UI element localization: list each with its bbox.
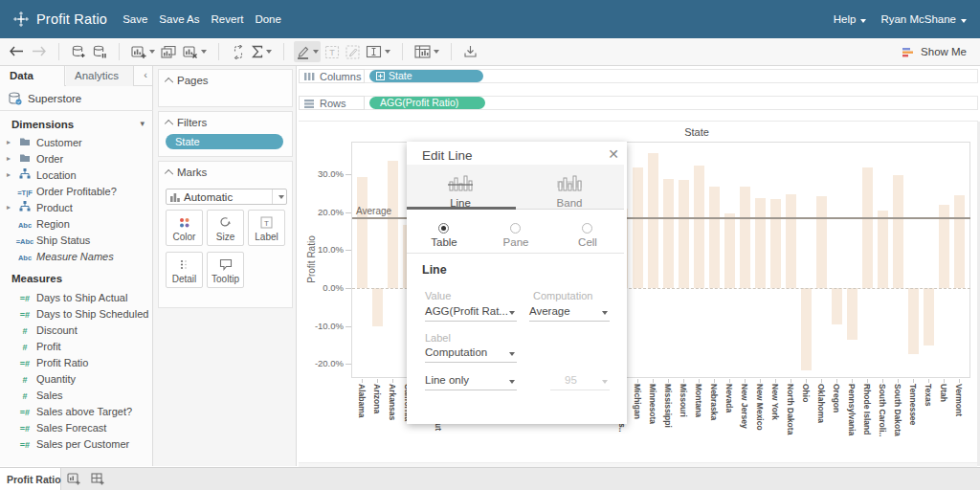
bar-new-jersey[interactable] — [740, 187, 750, 288]
measure-field-days-to-ship-actual[interactable]: =#Days to Ship Actual — [0, 289, 153, 305]
label-dropdown[interactable]: Computation — [425, 346, 517, 363]
x-tick-mark — [392, 379, 393, 383]
line-only-dropdown[interactable]: Line only — [425, 374, 517, 390]
measure-field-profit-ratio[interactable]: =#Profit Ratio — [0, 354, 153, 370]
format-line-button[interactable] — [294, 41, 321, 62]
bar-mississippi[interactable] — [663, 179, 674, 288]
new-worksheet-button[interactable] — [129, 41, 157, 62]
x-label-new-york: New York — [770, 384, 780, 420]
bar-michigan[interactable] — [633, 167, 643, 288]
dimension-field-location[interactable]: ▸Location — [0, 167, 153, 183]
expand-caret-icon[interactable]: ▸ — [4, 154, 13, 163]
measure-field-sales[interactable]: #Sales — [0, 387, 153, 403]
measure-field-discount[interactable]: #Discount — [0, 322, 153, 338]
dialog-title: Edit Line — [422, 148, 473, 163]
pages-collapse-icon[interactable]: ▲ — [165, 78, 173, 86]
value-dropdown[interactable]: AGG(Profit Rat... — [425, 305, 517, 322]
bar-south-caroli[interactable] — [878, 211, 888, 288]
pause-data-updates-button[interactable] — [90, 41, 109, 62]
new-dashboard-button[interactable] — [87, 471, 108, 488]
new-worksheet-button[interactable] — [63, 471, 84, 488]
bar-rhode-island[interactable] — [862, 167, 873, 288]
bar-north-dakota[interactable] — [786, 194, 796, 288]
filters-collapse-icon[interactable]: ▲ — [165, 120, 173, 128]
bar-nevada[interactable] — [724, 213, 735, 288]
bar-ohio[interactable] — [801, 288, 812, 370]
size-button[interactable]: Size — [207, 210, 244, 246]
bar-vermont[interactable] — [954, 195, 965, 288]
bar-oklahoma[interactable] — [816, 196, 827, 288]
dimensions-caret-icon[interactable]: ▾ — [140, 119, 145, 128]
marks-collapse-icon[interactable]: ▲ — [165, 169, 173, 178]
bar-nebraska[interactable] — [709, 187, 720, 288]
measure-field-sales-per-customer[interactable]: =#Sales per Customer — [0, 435, 153, 452]
bar-montana[interactable] — [694, 166, 704, 288]
dimension-field-order-profitable[interactable]: =T|FOrder Profitable? — [0, 183, 153, 199]
radio-cell[interactable] — [582, 223, 592, 234]
save-as-button[interactable]: Save As — [159, 13, 199, 25]
tab-band[interactable]: Band — [531, 172, 608, 209]
rows-pill-profit-ratio[interactable]: AGG(Profit Ratio) — [369, 97, 485, 109]
expand-caret-icon[interactable]: ▸ — [4, 203, 13, 212]
measure-field-quantity[interactable]: #Quantity — [0, 370, 153, 387]
bar-new-mexico[interactable] — [755, 198, 766, 288]
revert-button[interactable]: Revert — [212, 13, 244, 25]
measure-field-sales-forecast[interactable]: =#Sales Forecast — [0, 419, 153, 435]
radio-table[interactable] — [438, 223, 449, 234]
computation-dropdown[interactable]: Average — [529, 305, 610, 322]
dimension-field-customer[interactable]: ▸Customer — [0, 134, 153, 150]
dimension-field-product[interactable]: ▸Product — [0, 199, 153, 215]
measure-field-profit[interactable]: #Profit — [0, 338, 153, 354]
dimension-field-measure-names[interactable]: AbcMeasure Names — [0, 248, 153, 264]
bar-texas[interactable] — [924, 288, 934, 345]
columns-pill-state[interactable]: State — [369, 70, 483, 82]
expand-caret-icon[interactable]: ▸ — [4, 138, 13, 146]
undo-button[interactable] — [7, 41, 27, 62]
filter-pill-state[interactable]: State — [166, 134, 283, 149]
bar-new-york[interactable] — [770, 199, 781, 288]
dimension-field-region[interactable]: AbcRegion — [0, 215, 153, 232]
color-button[interactable]: Color — [166, 210, 203, 246]
label-button[interactable]: T Label — [248, 210, 285, 246]
bar-tennessee[interactable] — [908, 288, 919, 354]
done-button[interactable]: Done — [255, 13, 281, 25]
save-button[interactable]: Save — [122, 13, 147, 25]
dimension-field-ship-status[interactable]: =AbcShip Status — [0, 232, 153, 248]
dialog-close-icon[interactable]: ✕ — [608, 146, 619, 162]
expand-caret-icon[interactable]: ▸ — [4, 170, 13, 179]
tooltip-button[interactable]: Tooltip — [207, 252, 244, 288]
swap-rows-columns-button[interactable] — [229, 41, 248, 62]
download-button[interactable] — [461, 41, 479, 62]
data-source-name: Superstore — [28, 93, 81, 104]
add-data-source-button[interactable] — [69, 41, 88, 62]
radio-pane[interactable] — [510, 223, 521, 234]
bar-missouri[interactable] — [679, 180, 689, 288]
bar-minnesota[interactable] — [648, 153, 658, 288]
redo-button[interactable] — [29, 41, 49, 62]
detail-button[interactable]: Detail — [166, 252, 203, 288]
bar-oregon[interactable] — [832, 288, 842, 324]
measure-field-sales-above-target[interactable]: =#Sales above Target? — [0, 403, 153, 419]
tab-analytics[interactable]: Analytics — [66, 66, 134, 86]
data-source-row[interactable]: Superstore — [0, 86, 153, 111]
sheet-tab-profit-ratio[interactable]: Profit Ratio — [0, 468, 61, 490]
measure-field-days-to-ship-scheduled[interactable]: =#Days to Ship Scheduled — [0, 305, 153, 322]
collapse-pane-icon[interactable]: ‹ — [144, 69, 147, 80]
mark-type-select[interactable]: Automatic — [166, 189, 287, 205]
clear-sheet-button[interactable] — [181, 41, 209, 62]
user-menu[interactable]: Ryan McShane — [880, 13, 967, 25]
show-me-button[interactable]: Show Me — [902, 46, 967, 58]
show-cards-button[interactable] — [412, 41, 441, 62]
duplicate-sheet-button[interactable] — [159, 41, 179, 62]
bar-arkansas[interactable] — [388, 161, 398, 288]
help-menu[interactable]: Help — [834, 13, 867, 25]
bar-alabama[interactable] — [357, 177, 368, 288]
tab-data[interactable]: Data — [0, 66, 65, 86]
dimension-field-order[interactable]: ▸Order — [0, 150, 153, 167]
aggregation-sigma-button[interactable] — [250, 41, 274, 62]
bar-arizona[interactable] — [372, 288, 383, 326]
tab-line[interactable]: Line — [422, 172, 499, 209]
bar-south-dakota[interactable] — [893, 175, 903, 288]
bar-pennsylvania[interactable] — [847, 288, 858, 340]
fit-width-button[interactable] — [364, 41, 392, 62]
